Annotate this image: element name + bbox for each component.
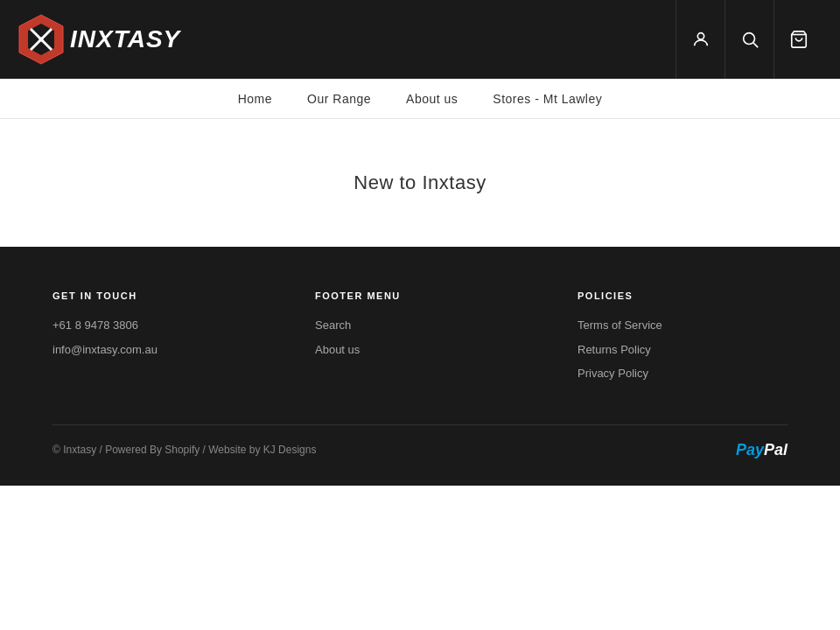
paypal-logo: PayPal xyxy=(736,441,788,459)
nav-home[interactable]: Home xyxy=(238,88,272,109)
footer-phone: +61 8 9478 3806 xyxy=(52,317,262,334)
main-content: New to Inxtasy xyxy=(0,119,840,247)
footer-link-about-us[interactable]: About us xyxy=(315,341,525,359)
footer-get-in-touch-title: GET IN TOUCH xyxy=(52,290,262,301)
site-footer: GET IN TOUCH +61 8 9478 3806 info@inxtas… xyxy=(0,247,840,486)
brand-name: INXTASY xyxy=(70,27,180,52)
main-nav: Home Our Range About us Stores - Mt Lawl… xyxy=(0,79,840,119)
footer-bottom: © Inxtasy / Powered By Shopify / Website… xyxy=(52,424,788,459)
footer-email[interactable]: info@inxtasy.com.au xyxy=(52,341,262,359)
footer-columns: GET IN TOUCH +61 8 9478 3806 info@inxtas… xyxy=(52,290,788,389)
brand-text: INXTASY xyxy=(70,27,180,52)
diamond-icon xyxy=(18,13,66,66)
search-icon xyxy=(740,30,760,49)
footer-policies-title: POLICIES xyxy=(578,290,788,301)
svg-point-4 xyxy=(38,37,44,42)
footer-link-returns[interactable]: Returns Policy xyxy=(578,341,788,359)
page-title: New to Inxtasy xyxy=(354,172,486,194)
nav-stores[interactable]: Stores - Mt Lawley xyxy=(493,88,602,109)
nav-about-us[interactable]: About us xyxy=(406,88,458,109)
cart-button[interactable] xyxy=(774,0,822,79)
header-icons xyxy=(676,0,822,79)
account-button[interactable] xyxy=(676,0,724,79)
logo-area: INXTASY xyxy=(18,13,180,66)
svg-point-5 xyxy=(697,33,704,39)
nav-our-range[interactable]: Our Range xyxy=(307,88,371,109)
footer-col-menu: FOOTER MENU Search About us xyxy=(315,290,525,389)
footer-link-privacy[interactable]: Privacy Policy xyxy=(578,365,788,382)
footer-col-get-in-touch: GET IN TOUCH +61 8 9478 3806 info@inxtas… xyxy=(52,290,262,389)
footer-col-policies: POLICIES Terms of Service Returns Policy… xyxy=(578,290,788,389)
footer-link-search[interactable]: Search xyxy=(315,317,525,334)
svg-line-7 xyxy=(753,43,758,47)
account-icon xyxy=(691,30,710,49)
search-button[interactable] xyxy=(724,0,774,79)
site-header: INXTASY xyxy=(0,0,840,79)
paypal-icon: PayPal xyxy=(736,441,788,459)
cart-icon xyxy=(789,30,808,49)
footer-copyright: © Inxtasy / Powered By Shopify / Website… xyxy=(52,444,316,456)
brand-logo[interactable]: INXTASY xyxy=(18,13,180,66)
svg-point-6 xyxy=(743,33,754,45)
footer-link-terms[interactable]: Terms of Service xyxy=(578,317,788,334)
footer-menu-title: FOOTER MENU xyxy=(315,290,525,301)
